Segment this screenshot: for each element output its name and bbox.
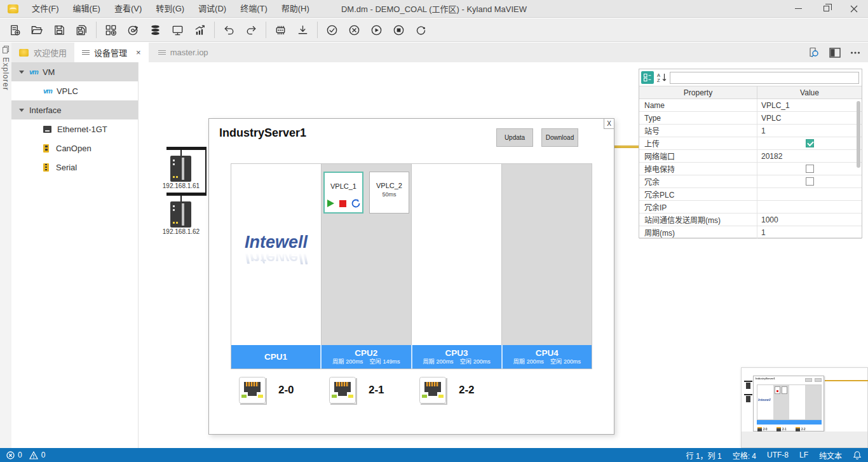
cpu3-column <box>412 164 501 345</box>
close-button[interactable] <box>840 0 868 18</box>
port-group-2[interactable]: 2-2 <box>419 377 475 404</box>
restore-button[interactable] <box>812 0 840 18</box>
open-folder-button[interactable] <box>26 20 48 40</box>
menu-file[interactable]: 文件(F) <box>25 0 66 18</box>
save-all-button[interactable] <box>71 20 93 40</box>
pages-icon[interactable] <box>3 46 9 53</box>
dialog-close-button[interactable]: X <box>604 119 614 129</box>
cycle-value: 200ms <box>346 359 363 365</box>
prop-label: 掉电保持 <box>639 163 757 175</box>
run-button[interactable] <box>365 20 388 40</box>
undo-button[interactable] <box>218 20 240 40</box>
topology-canvas[interactable]: 192.168.1.61 192.168.1.62 IndustryServer… <box>139 62 868 448</box>
tree-item-ethernet[interactable]: Ethernet-1GT <box>11 119 138 139</box>
trend-button[interactable] <box>189 20 211 40</box>
switch-device-2[interactable] <box>170 201 191 228</box>
vplc1-card[interactable]: VPLC_1 <box>323 172 363 214</box>
more-actions-icon[interactable] <box>850 51 860 55</box>
port-group-1[interactable]: 2-1 <box>329 377 384 404</box>
new-project-button[interactable] <box>4 20 26 40</box>
prop-row-redundancy[interactable]: 冗余 <box>639 175 862 188</box>
categorize-button[interactable] <box>641 71 654 84</box>
prop-value[interactable] <box>757 188 862 200</box>
download-button[interactable]: Download <box>541 128 578 147</box>
cpu3-cell[interactable]: CPU3 周期 200ms 空闲 200ms <box>411 345 501 369</box>
scrollbar-thumb[interactable] <box>857 101 860 168</box>
menu-edit[interactable]: 编辑(E) <box>66 0 107 18</box>
minimize-button[interactable] <box>784 0 812 18</box>
prop-row-port[interactable]: 网络端口 20182 <box>639 150 862 163</box>
stop-icon[interactable] <box>339 200 346 207</box>
device-pins-button[interactable] <box>269 20 292 40</box>
database-button[interactable] <box>144 20 166 40</box>
cpu2-cell[interactable]: CPU2 周期 200ms 空闲 149ms <box>320 345 410 369</box>
tree-item-serial[interactable]: Serial <box>11 158 138 177</box>
prop-row-type[interactable]: Type VPLC <box>639 112 862 125</box>
menu-help[interactable]: 帮助(H) <box>275 0 316 18</box>
restart-icon[interactable] <box>351 199 360 208</box>
cpu4-cell[interactable]: CPU4 周期 200ms 空闲 200ms <box>501 345 592 369</box>
tab-close-icon[interactable]: × <box>136 48 141 57</box>
menu-debug[interactable]: 调试(D) <box>191 0 233 18</box>
prop-value[interactable]: 1 <box>757 125 862 137</box>
menu-goto[interactable]: 转到(G) <box>149 0 191 18</box>
tree-vm-label: VM <box>43 67 55 77</box>
prop-row-cycle[interactable]: 周期(ms) 1 <box>639 226 862 239</box>
vplc2-card[interactable]: VPLC_2 50ms <box>369 172 409 214</box>
prop-row-retain[interactable]: 掉电保持 <box>639 163 862 175</box>
language-mode[interactable]: 纯文本 <box>819 450 842 461</box>
upload-checkbox[interactable] <box>806 139 814 147</box>
restart-button[interactable] <box>410 20 432 40</box>
prop-value[interactable]: VPLC <box>757 112 862 124</box>
cancel-button[interactable] <box>343 20 365 40</box>
toolbar-separator <box>317 22 318 38</box>
overview-minimap[interactable]: IndustryServer1 Intewell 2-0 2-1 2-2 <box>741 367 868 448</box>
stop-button[interactable] <box>388 20 410 40</box>
tab-welcome[interactable]: 欢迎使用 <box>11 43 74 62</box>
tree-group-vm[interactable]: vm VM <box>11 62 138 81</box>
prop-row-comm-cycle[interactable]: 站间通信发送周期(ms) 1000 <box>639 214 862 226</box>
cursor-position[interactable]: 行 1，列 1 <box>686 450 722 461</box>
prop-value[interactable]: 20182 <box>757 150 862 162</box>
save-button[interactable] <box>48 20 71 40</box>
monitor-button[interactable] <box>166 20 189 40</box>
add-module-button[interactable] <box>100 20 122 40</box>
errors-icon[interactable] <box>6 451 15 459</box>
tree-item-vplc[interactable]: vm VPLC <box>11 81 138 100</box>
compile-button[interactable] <box>122 20 144 40</box>
prop-value[interactable]: VPLC_1 <box>757 99 862 111</box>
menu-view[interactable]: 查看(V) <box>107 0 149 18</box>
play-icon[interactable] <box>327 200 334 207</box>
notifications-bell-icon[interactable] <box>853 451 862 460</box>
indent-setting[interactable]: 空格: 4 <box>733 450 756 461</box>
sort-az-button[interactable]: AZ <box>656 72 667 83</box>
property-filter-input[interactable] <box>670 72 859 84</box>
port-group-0[interactable]: 2-0 <box>239 377 294 404</box>
split-editor-icon[interactable] <box>829 48 841 58</box>
tree-group-interface[interactable]: Interface <box>11 100 138 119</box>
prop-row-redundancy-plc[interactable]: 冗余PLC <box>639 188 862 201</box>
redundancy-checkbox[interactable] <box>806 177 814 186</box>
accept-button[interactable] <box>321 20 343 40</box>
updata-button[interactable]: Updata <box>496 128 533 147</box>
eol-setting[interactable]: LF <box>799 451 808 459</box>
prop-row-name[interactable]: Name VPLC_1 <box>639 99 862 112</box>
prop-row-redundancy-ip[interactable]: 冗余IP <box>639 201 862 214</box>
prop-value[interactable]: 1000 <box>757 214 862 226</box>
tab-device-management[interactable]: 设备管理 × <box>74 43 149 62</box>
search-editor-icon[interactable] <box>808 46 820 58</box>
tab-master-iop[interactable]: master.iop <box>151 43 216 62</box>
warnings-icon[interactable] <box>29 451 38 459</box>
encoding[interactable]: UTF-8 <box>767 451 789 459</box>
cpu1-cell[interactable]: CPU1 <box>231 345 320 369</box>
tree-item-canopen[interactable]: CanOpen <box>11 139 138 158</box>
prop-row-upload[interactable]: 上传 <box>639 137 862 150</box>
switch-device-1[interactable] <box>170 156 191 182</box>
prop-value[interactable] <box>757 201 862 213</box>
retain-checkbox[interactable] <box>806 165 814 173</box>
prop-value[interactable]: 1 <box>757 226 862 238</box>
redo-button[interactable] <box>240 20 262 40</box>
menu-terminal[interactable]: 终端(T) <box>233 0 275 18</box>
prop-row-station[interactable]: 站号 1 <box>639 125 862 137</box>
download-button[interactable] <box>292 20 314 40</box>
